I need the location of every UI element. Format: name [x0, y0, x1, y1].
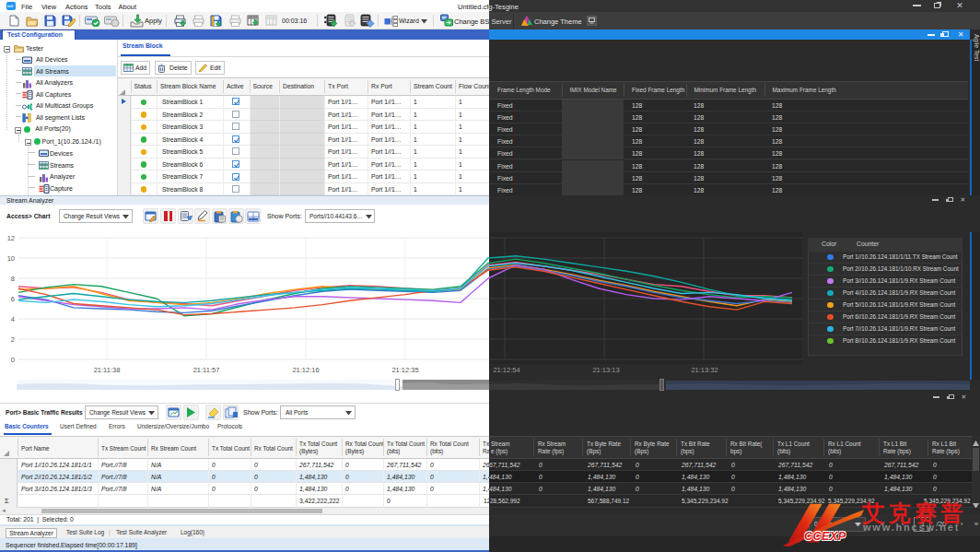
svg-text:21:12:54: 21:12:54 — [493, 366, 519, 374]
svg-text:21:12:35: 21:12:35 — [391, 366, 418, 374]
svg-text:4: 4 — [11, 315, 15, 323]
svg-text:21:11:38: 21:11:38 — [94, 366, 121, 374]
svg-text:12: 12 — [7, 234, 15, 242]
svg-text:2: 2 — [11, 335, 15, 344]
svg-text:21:11:57: 21:11:57 — [193, 366, 220, 374]
svg-text:21:12:16: 21:12:16 — [292, 366, 319, 374]
svg-text:21:13:32: 21:13:32 — [691, 366, 718, 374]
svg-text:10: 10 — [7, 254, 15, 263]
svg-text:8: 8 — [11, 275, 15, 283]
svg-text:21:13:13: 21:13:13 — [592, 366, 619, 374]
svg-text:0: 0 — [11, 356, 15, 364]
svg-text:6: 6 — [11, 295, 15, 303]
